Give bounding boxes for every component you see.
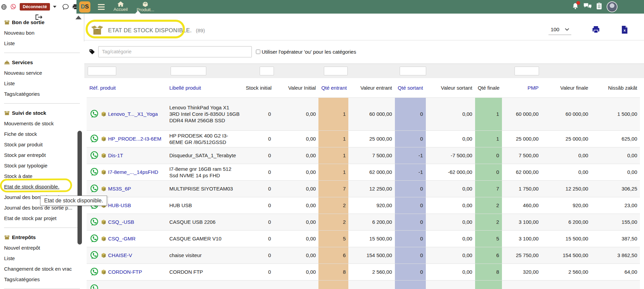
clipboard-icon[interactable] <box>596 2 602 11</box>
sidebar-section-suivi-de-stock[interactable]: Suivi de stock <box>4 108 84 118</box>
table-row: Dis-1TDisquedur_SATA_1_Terabyte00,0017 5… <box>87 147 640 164</box>
cell-ref: CSQ_-GMR <box>87 230 167 247</box>
app-logo[interactable]: DS <box>79 1 90 13</box>
cell-libelle: I7-8eme gnr 16GB ram 512 Ssd NVME 14 ps … <box>167 164 243 180</box>
menu-toggle-icon[interactable] <box>98 4 105 10</box>
sidebar-item-nouveau-service[interactable]: Nouveau service <box>4 68 84 78</box>
column-header-valeur_sortant[interactable]: Valeur sortant <box>426 78 475 97</box>
filter-pmp-input[interactable] <box>515 67 539 75</box>
whatsapp-icon[interactable] <box>89 217 99 227</box>
whatsapp-icon[interactable] <box>89 150 99 160</box>
sidebar-scrollbar[interactable] <box>77 131 82 245</box>
cell-qte_sortant: 0 <box>395 264 426 280</box>
cell-pmp: 460,00 <box>502 197 541 214</box>
product-ref-link[interactable]: CSQ_-USB <box>108 219 134 225</box>
column-header-qte_finale[interactable]: Qté finale <box>475 78 502 97</box>
filter-stock-initial-input[interactable] <box>260 67 274 75</box>
product-ref-link[interactable]: HP_PRODE...2-I3-6EM <box>108 136 161 142</box>
cell-ref: MS3S_6P <box>87 180 167 197</box>
column-header-nissab_zakat[interactable]: Nissâb zakât <box>591 78 640 97</box>
sidebar-item-liste[interactable]: Liste <box>4 253 84 264</box>
page-title: ETAT DE STOCK DISPONIBLE. <box>108 27 192 34</box>
filter-ref-input[interactable] <box>88 67 116 75</box>
cell-valeur_entrant: 60 000,00 <box>348 97 395 130</box>
whatsapp-icon[interactable] <box>89 250 99 260</box>
product-ref-link[interactable]: CORDON-FTP <box>108 269 142 275</box>
chat-bubble-icon[interactable] <box>62 4 69 10</box>
sidebar-item-stock-par-entrep-t[interactable]: Stock par entrepôt <box>4 150 84 160</box>
sidebar-section-services[interactable]: Services <box>4 57 84 68</box>
messages-icon[interactable] <box>584 3 592 11</box>
sidebar-item-stock-date[interactable]: Stock à date <box>4 171 84 181</box>
whatsapp-icon[interactable] <box>89 267 99 277</box>
disconnect-caret-icon[interactable] <box>53 6 56 8</box>
column-header-libelle[interactable]: Libellé produit <box>167 78 243 97</box>
column-header-valeur_finale[interactable]: Valeur finale <box>541 78 591 97</box>
product-cube-icon <box>101 169 106 175</box>
product-ref-link[interactable]: Dis-1T <box>108 152 123 159</box>
tag-category-input[interactable] <box>98 46 252 57</box>
cell-libelle: Lenovo ThinkPad Yoga X1 3RD Intel Core i… <box>167 97 243 130</box>
filter-qty-in-input[interactable] <box>324 67 348 75</box>
sidebar-item-fiche-de-stock[interactable]: Fiche de stock <box>4 129 84 139</box>
nav-accueil[interactable]: Accueil <box>114 1 128 12</box>
export-excel-button[interactable]: x <box>621 25 628 35</box>
sidebar-item-mouvements-de-stock[interactable]: Mouvements de stock <box>4 118 84 129</box>
column-header-stock_initial[interactable]: Stock initial <box>243 78 274 97</box>
sidebar-item-etat-de-stock-disponible-[interactable]: Etat de stock disponible. <box>4 181 84 192</box>
or-operator-checkbox[interactable] <box>256 50 260 54</box>
whatsapp-icon[interactable] <box>89 284 99 289</box>
cell-valeur_entrant: 25 000,00 <box>348 130 395 147</box>
whatsapp-icon[interactable] <box>89 109 99 119</box>
filter-label-input[interactable] <box>171 67 206 75</box>
sidebar-section-entrep-ts[interactable]: Entrepôts <box>4 232 84 242</box>
cell-valeur_finale: 154 500,00 <box>541 247 591 264</box>
print-list-button[interactable] <box>592 25 600 35</box>
filter-qty-out-input[interactable] <box>400 67 426 75</box>
product-ref-link[interactable]: CHAISE-V <box>108 252 132 258</box>
whatsapp-icon[interactable] <box>89 167 99 177</box>
sidebar-item-nouveau-bon[interactable]: Nouveau bon <box>4 28 84 38</box>
notifications-bell-icon[interactable] <box>572 2 579 11</box>
exit-icon[interactable] <box>35 14 42 21</box>
column-header-valeur_entrant[interactable]: Valeur entrant <box>348 78 395 97</box>
cell-stock_initial: 0 <box>243 214 274 230</box>
user-avatar[interactable] <box>607 1 617 12</box>
disconnect-button[interactable]: Déconnecté <box>20 3 50 11</box>
column-header-ref[interactable]: Réf. produit <box>87 78 167 97</box>
whatsapp-red-icon[interactable] <box>10 3 17 10</box>
column-header-qte_entrant[interactable]: Qté entrant <box>318 78 348 97</box>
cell-qte_entrant: 1 <box>318 97 348 130</box>
stock-table: Réf. produitLibellé produitStock initial… <box>87 78 640 289</box>
sidebar-item-liste[interactable]: Liste <box>4 38 84 49</box>
cell-pmp: 320,00 <box>502 264 541 280</box>
product-ref-link[interactable]: CSQ_-GMR <box>108 235 136 242</box>
page-size-select[interactable]: 100 <box>549 26 571 35</box>
sidebar-item-stock-par-typologie[interactable]: Stock par typologie <box>4 160 84 171</box>
column-header-qte_sortant[interactable]: Qté sortant <box>395 78 426 97</box>
sidebar-item-etat-de-stock-par-projet[interactable]: Etat de stock par projet <box>4 213 84 223</box>
cell-libelle: MULTIPRISE SIYOTEAM03 <box>167 180 243 197</box>
sidebar-section-bon-de-sortie[interactable]: Bon de sortie <box>4 17 84 28</box>
product-ref-link[interactable]: HUB-USB <box>108 202 131 209</box>
product-ref-link[interactable]: Lenovo_T..._X1_Yoga <box>108 111 158 117</box>
whatsapp-icon[interactable] <box>89 234 99 243</box>
product-ref-link[interactable]: I7-8eme_..._14psFHD <box>108 169 158 175</box>
collapse-menu-icon[interactable] <box>75 16 82 19</box>
whatsapp-icon[interactable] <box>89 134 99 144</box>
cell-libelle: HP PRODESK 400 G2 I3-6EME GR /8G/512GSSD <box>167 130 243 147</box>
cell-valeur_sortant: 0,00 <box>426 230 475 247</box>
sidebar-item-tags-cat-gories[interactable]: Tags/catégories <box>4 89 84 99</box>
product-ref-link[interactable]: MS3S_6P <box>108 185 131 192</box>
whatsapp-icon[interactable] <box>89 184 99 194</box>
cell-valeur_entrant: 154 500,00 <box>348 247 395 264</box>
globe-icon[interactable] <box>1 4 7 10</box>
column-header-pmp[interactable]: PMP <box>502 78 541 97</box>
cell-qte_finale: 0 <box>475 164 502 180</box>
sidebar-item-tags-cat-gories[interactable]: Tags/catégories <box>4 274 84 285</box>
sidebar-item-nouvel-entrep-t[interactable]: Nouvel entrepôt <box>4 242 84 253</box>
column-header-valeur_initial[interactable]: Valeur Initial <box>274 78 318 97</box>
sidebar-item-changement-de-stock-en-vrac[interactable]: Changement de stock en vrac <box>4 264 84 274</box>
sidebar-item-liste[interactable]: Liste <box>4 78 84 89</box>
sidebar-item-stock-par-produit[interactable]: Stock par produit <box>4 139 84 150</box>
